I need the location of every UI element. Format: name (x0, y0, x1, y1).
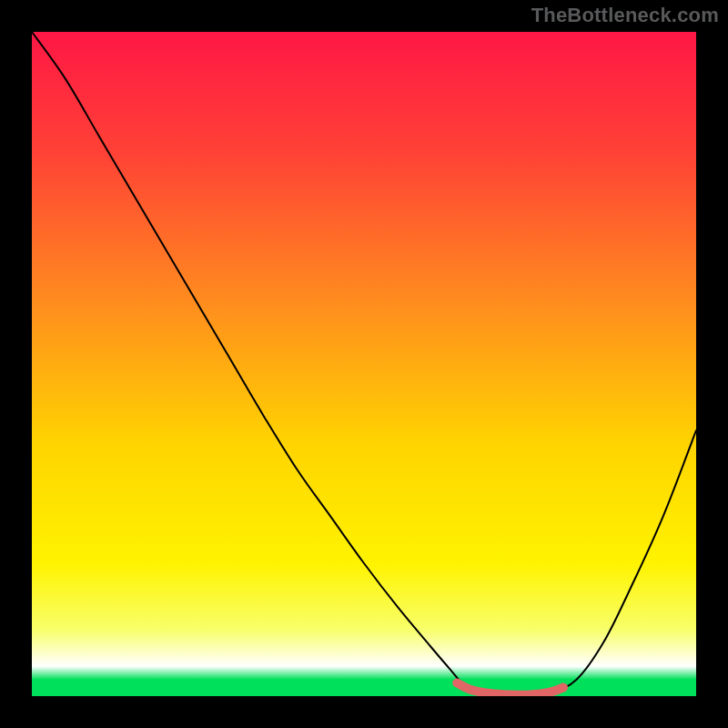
bottleneck-chart (32, 32, 696, 696)
gradient-background (32, 32, 696, 696)
chart-frame: TheBottleneck.com (0, 0, 728, 728)
attribution-text: TheBottleneck.com (531, 4, 719, 27)
